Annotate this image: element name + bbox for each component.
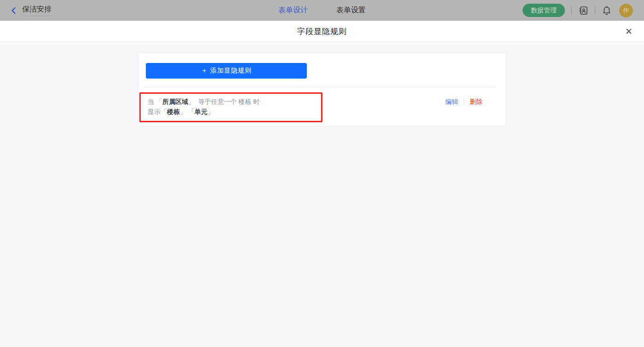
user-avatar[interactable]: 作: [619, 4, 633, 17]
page-title: 保洁安排: [22, 5, 52, 16]
back-button[interactable]: 保洁安排: [10, 5, 52, 16]
modal-title: 字段显隐规则: [297, 26, 347, 37]
rule-condition-line: 当 「所属区域」 等于任意一个 楼栋 时: [148, 97, 259, 107]
add-rule-button[interactable]: ＋ 添加显隐规则: [146, 63, 307, 79]
bell-icon[interactable]: [602, 6, 612, 16]
topbar: 保洁安排 表单设计 表单设置 数据管理 作: [0, 0, 644, 21]
avatar-initial: 作: [623, 6, 629, 15]
topbar-right: 数据管理 作: [523, 4, 633, 17]
tab-form-design[interactable]: 表单设计: [278, 6, 308, 15]
rule-result-line: 显示「楼栋」 「单元」: [148, 107, 259, 117]
divider: [464, 98, 464, 105]
rule-actions: 编辑 删除: [445, 97, 483, 107]
data-manage-button[interactable]: 数据管理: [523, 4, 565, 17]
rule-shown-field: 单元: [195, 108, 207, 115]
rules-card: ＋ 添加显隐规则 当 「所属区域」 等于任意一个 楼栋 时 显示「楼栋」 「单元…: [138, 52, 506, 126]
rule-field-name: 所属区域: [162, 98, 188, 105]
rule-list-item[interactable]: 当 「所属区域」 等于任意一个 楼栋 时 显示「楼栋」 「单元」 编辑 删除: [138, 87, 506, 117]
header-tabs: 表单设计 表单设置: [278, 6, 366, 15]
rule-description: 当 「所属区域」 等于任意一个 楼栋 时 显示「楼栋」 「单元」: [148, 97, 259, 117]
divider: [571, 6, 572, 15]
delete-link[interactable]: 删除: [470, 97, 483, 107]
edit-link[interactable]: 编辑: [445, 97, 458, 107]
rule-shown-field: 楼栋: [167, 108, 180, 115]
close-icon[interactable]: ✕: [625, 27, 632, 36]
chevron-left-icon: [10, 7, 17, 14]
modal-body: ＋ 添加显隐规则 当 「所属区域」 等于任意一个 楼栋 时 显示「楼栋」 「单元…: [0, 42, 644, 347]
divider: [595, 6, 595, 15]
address-book-icon[interactable]: [578, 6, 588, 16]
modal-header: 字段显隐规则 ✕: [0, 21, 644, 42]
tab-form-settings[interactable]: 表单设置: [336, 6, 366, 15]
